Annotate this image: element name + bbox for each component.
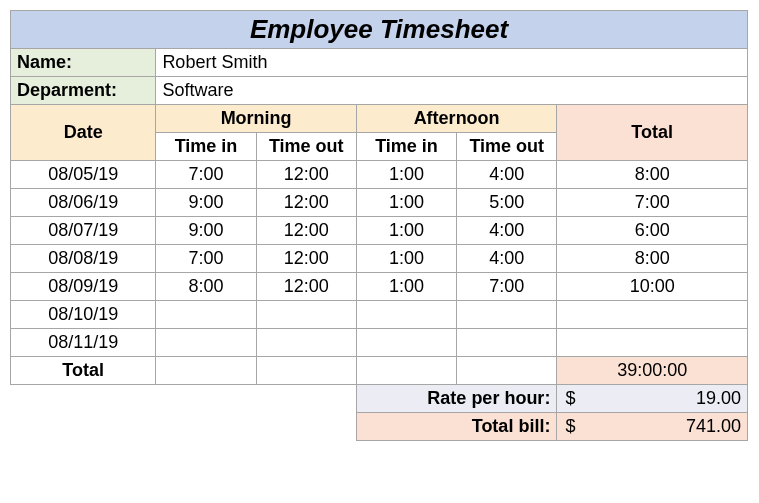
time-cell[interactable]: 5:00 [457,189,557,217]
time-cell[interactable]: 1:00 [356,189,456,217]
blank-area [11,385,357,413]
date-cell: 08/10/19 [11,301,156,329]
table-row: 08/06/199:0012:001:005:007:00 [11,189,748,217]
footer-blank [156,357,256,385]
total-cell [557,329,748,357]
blank-area [11,413,357,441]
rate-value[interactable]: $ 19.00 [557,385,748,413]
time-cell[interactable]: 1:00 [356,245,456,273]
timesheet-table: Employee Timesheet Name: Robert Smith De… [10,10,748,441]
date-cell: 08/07/19 [11,217,156,245]
total-cell: 7:00 [557,189,748,217]
table-row: 08/09/198:0012:001:007:0010:00 [11,273,748,301]
time-cell[interactable]: 4:00 [457,161,557,189]
time-cell[interactable] [156,329,256,357]
time-cell[interactable] [457,301,557,329]
time-cell[interactable] [256,329,356,357]
currency-symbol: $ [565,388,575,409]
date-cell: 08/08/19 [11,245,156,273]
header-morning-out: Time out [256,133,356,161]
sheet-title: Employee Timesheet [11,11,748,49]
bill-label: Total bill: [356,413,557,441]
time-cell[interactable] [356,329,456,357]
table-row: 08/05/197:0012:001:004:008:00 [11,161,748,189]
department-label: Deparment: [11,77,156,105]
time-cell[interactable]: 9:00 [156,217,256,245]
bill-amount: 741.00 [686,416,741,436]
table-row: 08/10/19 [11,301,748,329]
name-label: Name: [11,49,156,77]
date-cell: 08/11/19 [11,329,156,357]
time-cell[interactable]: 12:00 [256,273,356,301]
time-cell[interactable]: 7:00 [156,245,256,273]
time-cell[interactable]: 1:00 [356,217,456,245]
header-morning-in: Time in [156,133,256,161]
footer-blank [457,357,557,385]
table-row: 08/11/19 [11,329,748,357]
time-cell[interactable]: 12:00 [256,161,356,189]
date-cell: 08/05/19 [11,161,156,189]
total-cell: 6:00 [557,217,748,245]
header-total: Total [557,105,748,161]
footer-total-label: Total [11,357,156,385]
bill-value: $ 741.00 [557,413,748,441]
footer-blank [356,357,456,385]
rate-label: Rate per hour: [356,385,557,413]
time-cell[interactable]: 12:00 [256,189,356,217]
date-cell: 08/06/19 [11,189,156,217]
total-cell: 10:00 [557,273,748,301]
time-cell[interactable] [457,329,557,357]
time-cell[interactable]: 7:00 [457,273,557,301]
header-afternoon: Afternoon [356,105,557,133]
header-afternoon-in: Time in [356,133,456,161]
time-cell[interactable]: 12:00 [256,245,356,273]
table-row: 08/07/199:0012:001:004:006:00 [11,217,748,245]
time-cell[interactable] [156,301,256,329]
footer-blank [256,357,356,385]
time-cell[interactable]: 8:00 [156,273,256,301]
date-cell: 08/09/19 [11,273,156,301]
time-cell[interactable] [256,301,356,329]
time-cell[interactable]: 12:00 [256,217,356,245]
time-cell[interactable]: 4:00 [457,245,557,273]
total-cell: 8:00 [557,161,748,189]
table-row: 08/08/197:0012:001:004:008:00 [11,245,748,273]
header-afternoon-out: Time out [457,133,557,161]
header-morning: Morning [156,105,357,133]
currency-symbol: $ [565,416,575,437]
total-cell [557,301,748,329]
time-cell[interactable]: 1:00 [356,161,456,189]
time-cell[interactable] [356,301,456,329]
time-cell[interactable]: 4:00 [457,217,557,245]
total-cell: 8:00 [557,245,748,273]
footer-total-value: 39:00:00 [557,357,748,385]
name-value[interactable]: Robert Smith [156,49,748,77]
time-cell[interactable]: 7:00 [156,161,256,189]
department-value[interactable]: Software [156,77,748,105]
header-date: Date [11,105,156,161]
time-cell[interactable]: 9:00 [156,189,256,217]
time-cell[interactable]: 1:00 [356,273,456,301]
rate-amount: 19.00 [696,388,741,408]
